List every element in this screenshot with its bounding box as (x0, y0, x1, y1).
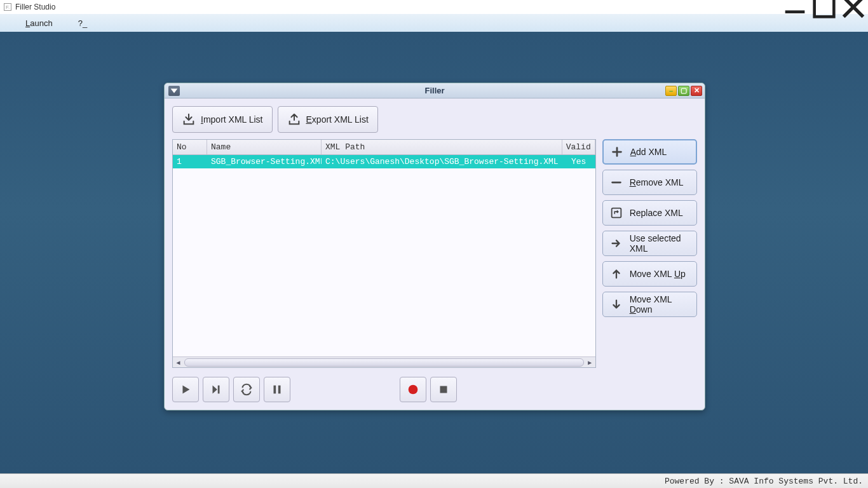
col-header-valid[interactable]: Valid (562, 140, 595, 154)
replace-xml-label: Replace XML (630, 208, 683, 218)
grid-header: No Name XML Path Valid (173, 140, 595, 155)
window-titlebar: F. Filler Studio (0, 0, 868, 14)
import-xml-label: Import XML List (201, 114, 263, 125)
app-icon: F. (4, 3, 11, 11)
play-icon (179, 383, 193, 396)
maximize-button[interactable] (810, 0, 839, 14)
col-header-path[interactable]: XML Path (322, 140, 562, 154)
loop-icon (240, 383, 254, 396)
use-selected-label: Use selected XML (630, 233, 690, 254)
col-header-no[interactable]: No (173, 140, 207, 154)
statusbar: Powered By : SAVA Info Systems Pvt. Ltd. (0, 473, 868, 488)
window-title: Filler Studio (15, 3, 55, 11)
dialog-maximize-icon[interactable]: ▢ (678, 86, 689, 96)
svg-rect-4 (611, 208, 621, 218)
minimize-button[interactable] (780, 0, 810, 14)
import-xml-button[interactable]: Import XML List (172, 106, 273, 133)
side-buttons: Add XML Remove XML Replace XML Use selec… (602, 139, 697, 368)
playback-bar (172, 377, 697, 402)
next-icon (209, 383, 223, 396)
arrow-down-icon (609, 297, 623, 311)
xml-grid: No Name XML Path Valid 1 SGB_Browser-Set… (172, 139, 596, 368)
arrow-right-icon (609, 236, 623, 250)
move-xml-down-button[interactable]: Move XML Down (602, 292, 697, 317)
move-xml-up-button[interactable]: Move XML Up (602, 261, 697, 287)
scroll-left-icon[interactable]: ◄ (173, 358, 184, 367)
minus-icon (609, 175, 623, 189)
replace-xml-button[interactable]: Replace XML (602, 200, 697, 226)
desktop-area: Filler – ▢ ✕ Import XML List Export XML … (0, 32, 868, 473)
menu-launch-label: aunch (30, 18, 52, 28)
record-icon (406, 383, 420, 396)
svg-point-8 (409, 385, 418, 395)
plus-icon (610, 145, 624, 159)
horizontal-scrollbar[interactable]: ◄ ► (173, 356, 595, 367)
move-up-label: Move XML Up (630, 269, 686, 279)
svg-rect-9 (440, 386, 447, 393)
dialog-titlebar: Filler – ▢ ✕ (165, 83, 705, 98)
pause-button[interactable] (264, 377, 290, 402)
stop-icon (437, 383, 451, 396)
cell-path: C:\Users\Ganesh\Desktop\SGB_Browser-Sett… (322, 155, 562, 168)
svg-rect-6 (274, 386, 276, 394)
menubar: Launch ?_ (0, 14, 868, 32)
dialog-title: Filler (424, 86, 444, 95)
remove-xml-label: Remove XML (630, 177, 684, 187)
scroll-right-icon[interactable]: ► (585, 358, 595, 367)
play-button[interactable] (172, 377, 199, 402)
cell-name: SGB_Browser-Setting.XML (207, 155, 322, 168)
svg-rect-5 (218, 386, 220, 394)
menu-launch[interactable]: Launch (13, 16, 65, 30)
col-header-name[interactable]: Name (207, 140, 322, 154)
add-xml-button[interactable]: Add XML (602, 139, 697, 165)
stop-button[interactable] (430, 377, 457, 402)
replace-icon (609, 206, 623, 220)
import-icon (182, 112, 196, 126)
cell-no: 1 (173, 155, 207, 168)
loop-button[interactable] (233, 377, 260, 402)
remove-xml-button[interactable]: Remove XML (602, 170, 697, 195)
cell-valid: Yes (562, 155, 595, 168)
dialog-minimize-icon[interactable]: – (665, 86, 677, 96)
svg-rect-1 (815, 0, 834, 17)
menu-help[interactable]: ?_ (65, 16, 100, 30)
record-button[interactable] (400, 377, 426, 402)
use-selected-xml-button[interactable]: Use selected XML (602, 231, 697, 256)
filler-dialog: Filler – ▢ ✕ Import XML List Export XML … (164, 83, 705, 410)
add-xml-label: Add XML (630, 147, 667, 157)
arrow-up-icon (609, 267, 623, 281)
scroll-thumb[interactable] (184, 358, 584, 367)
table-row[interactable]: 1 SGB_Browser-Setting.XML C:\Users\Ganes… (173, 155, 595, 168)
move-down-label: Move XML Down (630, 294, 690, 315)
export-xml-label: Export XML List (306, 114, 369, 125)
export-xml-button[interactable]: Export XML List (278, 106, 378, 133)
next-button[interactable] (203, 377, 229, 402)
statusbar-text: Powered By : SAVA Info Systems Pvt. Ltd. (665, 477, 863, 486)
close-button[interactable] (839, 0, 868, 14)
svg-rect-7 (278, 386, 281, 394)
dialog-system-icon[interactable] (168, 86, 180, 96)
dialog-toolbar: Import XML List Export XML List (172, 106, 697, 133)
export-icon (287, 112, 301, 126)
dialog-close-icon[interactable]: ✕ (691, 86, 702, 96)
pause-icon (270, 383, 284, 396)
